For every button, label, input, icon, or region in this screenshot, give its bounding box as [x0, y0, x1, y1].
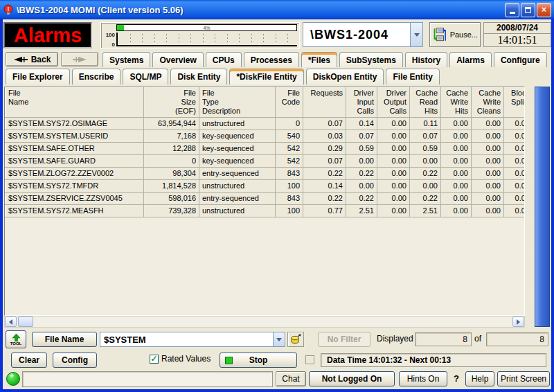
column-header[interactable]: Cache Write Hits	[441, 88, 472, 118]
svg-text:!: !	[8, 6, 10, 12]
chevron-down-icon	[414, 33, 420, 37]
chat-button[interactable]: Chat	[276, 371, 306, 386]
system-selector-dropdown-button[interactable]	[410, 23, 422, 46]
table-row[interactable]: $SYSTEM.ZSERVICE.ZZSV0045598,016entry-se…	[6, 193, 526, 205]
table-cell: 0.00	[377, 205, 410, 217]
connection-status-icon[interactable]	[6, 372, 20, 386]
chevron-left-icon	[9, 319, 12, 325]
subtab-disk-entity[interactable]: Disk Entity	[170, 69, 227, 84]
table-cell: key-sequenced	[199, 130, 276, 143]
forward-button[interactable]	[61, 52, 98, 66]
file-filter-value: $SYSTEM	[100, 335, 273, 345]
window-content: Alarms 4% 100 0 \BWS1-2004	[3, 19, 551, 389]
table-cell: 542	[276, 155, 303, 168]
system-selector[interactable]: \BWS1-2004	[303, 22, 423, 47]
horizontal-scroll-thumb[interactable]	[18, 317, 33, 327]
vertical-scrollbar[interactable]	[535, 87, 550, 327]
tab-overview[interactable]: Overview	[152, 52, 203, 67]
file-name-label: File Name	[45, 335, 84, 344]
table-cell: 0.00	[472, 168, 504, 180]
gauge-gridline	[263, 34, 264, 44]
tool-button[interactable]: TOOL	[6, 330, 26, 348]
table-row[interactable]: $SYSTEM.SAFE.GUARD0key-sequenced5420.070…	[6, 155, 526, 168]
print-screen-button[interactable]: Print Screen	[497, 371, 550, 386]
timer-checkbox[interactable]	[305, 355, 314, 364]
subtab-sql-mp[interactable]: SQL/MP	[123, 69, 168, 84]
table-row[interactable]: $SYSTEM.SYSTEM.USERID7,168key-sequenced5…	[6, 130, 526, 143]
table-row[interactable]: $SYSTEM.SAFE.OTHER12,288key-sequenced542…	[6, 143, 526, 155]
column-header[interactable]: Block Splits	[504, 88, 526, 118]
stop-button[interactable]: Stop	[220, 353, 297, 368]
tab-files[interactable]: *Files	[301, 52, 337, 67]
table-cell: 0.07	[303, 118, 346, 130]
file-name-button[interactable]: File Name	[32, 332, 97, 347]
rated-values-option[interactable]: ✓ Rated Values	[150, 354, 211, 364]
filter-tool-button[interactable]	[287, 332, 304, 347]
column-header[interactable]: Cache Read Hits	[410, 88, 441, 118]
logon-button[interactable]: Not Logged On	[309, 371, 395, 386]
table-cell: 0.00	[504, 168, 526, 180]
tab-processes[interactable]: Processes	[244, 52, 299, 67]
column-header[interactable]: File Size (EOF)	[144, 88, 199, 118]
tab-cpus[interactable]: CPUs	[206, 52, 242, 67]
table-row[interactable]: $SYSTEM.SYS72.TMFDR1,814,528unstructured…	[6, 180, 526, 193]
column-header[interactable]: Cache Write Cleans	[472, 88, 504, 118]
rated-values-label: Rated Values	[161, 354, 211, 364]
forward-arrow-icon	[72, 56, 87, 63]
question-mark-label: ?	[454, 373, 459, 384]
column-header[interactable]: Requests	[303, 88, 346, 118]
table-row[interactable]: $SYSTEM.SYS72.OSIMAGE63,954,944unstructu…	[6, 118, 526, 130]
scroll-left-button[interactable]	[5, 317, 17, 327]
file-filter-dropdown-button[interactable]	[273, 332, 285, 346]
table-cell: 598,016	[144, 193, 199, 205]
table-cell: 0	[144, 155, 199, 168]
column-header[interactable]: File Code	[276, 88, 303, 118]
subtab-diskfile-entity[interactable]: *DiskFile Entity	[229, 69, 303, 84]
table-cell: 0.03	[303, 130, 346, 143]
subtab-diskopen-entity[interactable]: DiskOpen Entity	[306, 69, 384, 84]
column-header[interactable]: File Name	[6, 88, 144, 118]
tab-configure[interactable]: Configure	[494, 52, 547, 67]
table-row[interactable]: $SYSTEM.ZLOG72.ZZEV000298,304entry-seque…	[6, 168, 526, 180]
table-cell: 100	[276, 205, 303, 217]
hints-button[interactable]: Hints On	[399, 371, 447, 386]
filter-controls-row: TOOL File Name $SYSTEM No Filter	[3, 330, 551, 350]
table-cell: 0.22	[303, 193, 346, 205]
title-bar: ! \BWS1-2004 MOMI (Client version 5.06) …	[0, 0, 554, 19]
chat-label: Chat	[282, 374, 299, 384]
scroll-right-button[interactable]	[512, 317, 524, 327]
help-button[interactable]: Help	[465, 371, 494, 386]
no-filter-button[interactable]: No Filter	[318, 332, 370, 347]
table-cell: 0.00	[377, 168, 410, 180]
table-row[interactable]: $SYSTEM.SYS72.MEASFH739,328unstructured1…	[6, 205, 526, 217]
table-cell: 0.07	[410, 130, 441, 143]
tab-subsystems[interactable]: SubSystems	[339, 52, 403, 67]
tab-history[interactable]: History	[405, 52, 447, 67]
table-cell: 1,814,528	[144, 180, 199, 193]
config-button[interactable]: Config	[53, 353, 97, 368]
file-filter-combo[interactable]: $SYSTEM	[100, 332, 285, 347]
clear-button[interactable]: Clear	[11, 353, 47, 368]
table-cell: $SYSTEM.SYS72.MEASFH	[6, 205, 144, 217]
rated-values-checkbox[interactable]: ✓	[150, 355, 159, 364]
subtab-file-explorer[interactable]: File Explorer	[6, 69, 70, 84]
pause-button[interactable]: Pause...	[429, 22, 481, 47]
column-header[interactable]: File Type Description	[199, 88, 276, 118]
subtab-file-entity[interactable]: File Entity	[386, 69, 439, 84]
close-button[interactable]: ×	[537, 3, 551, 17]
column-header[interactable]: Driver Output Calls	[377, 88, 410, 118]
table-cell: $SYSTEM.SAFE.OTHER	[6, 143, 144, 155]
table-cell: 0.00	[441, 143, 472, 155]
minimize-button[interactable]	[505, 3, 519, 17]
tab-alarms[interactable]: Alarms	[449, 52, 492, 67]
column-header[interactable]: Driver Input Calls	[346, 88, 377, 118]
alarms-label: Alarms	[14, 25, 82, 46]
displayed-label: Displayed	[377, 334, 413, 344]
status-bar: Chat Not Logged On Hints On ? Help Print…	[3, 371, 551, 389]
alarms-indicator[interactable]: Alarms	[3, 22, 92, 48]
tab-systems[interactable]: Systems	[102, 52, 150, 67]
back-button[interactable]: Back	[6, 52, 58, 66]
subtab-enscribe[interactable]: Enscribe	[72, 69, 121, 84]
maximize-button[interactable]	[521, 3, 535, 17]
horizontal-scrollbar[interactable]	[4, 316, 525, 328]
